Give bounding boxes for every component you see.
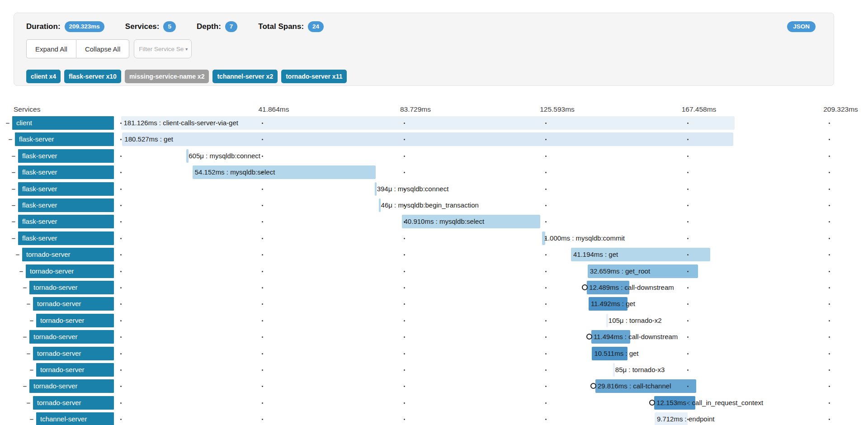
service-name-box[interactable]: client — [12, 116, 114, 130]
tick-dot — [545, 386, 547, 387]
tick-dot — [687, 221, 689, 222]
service-name-box[interactable]: tchannel-server — [36, 412, 114, 425]
tick-dot — [545, 156, 547, 157]
filter-service-select[interactable]: Filter Service Se... ▾ — [134, 39, 192, 58]
collapse-toggle[interactable]: – — [29, 363, 34, 377]
trace-row[interactable]: –tornado-server85μ : tornado-x3 — [0, 363, 868, 377]
span-duration-bar[interactable] — [606, 314, 608, 327]
collapse-toggle[interactable]: – — [22, 330, 28, 344]
collapse-toggle[interactable]: – — [22, 379, 28, 393]
tick-dot — [262, 189, 263, 190]
service-name-box[interactable]: tornado-server — [36, 363, 114, 377]
trace-row[interactable]: –flask-server180.527ms : get — [0, 132, 868, 146]
trace-stats-row: Duration:209.323msServices:5Depth:7Total… — [26, 20, 816, 33]
collapse-toggle[interactable]: – — [11, 149, 16, 163]
collapse-toggle[interactable]: – — [11, 182, 16, 196]
trace-row[interactable]: –flask-server605μ : mysqldb:connect — [0, 149, 868, 163]
service-name-box[interactable]: tornado-server — [33, 297, 114, 311]
tick-dot — [120, 139, 122, 140]
trace-summary-panel: Duration:209.323msServices:5Depth:7Total… — [14, 13, 834, 86]
service-name-box[interactable]: flask-server — [18, 182, 114, 196]
service-name-box[interactable]: flask-server — [18, 198, 114, 212]
trace-row[interactable]: –tornado-server29.816ms : call-tchannel — [0, 379, 868, 393]
tick-dot — [545, 402, 547, 404]
service-name-box[interactable]: flask-server — [18, 215, 114, 228]
tick-dot — [262, 254, 263, 255]
service-badge-tornado-server[interactable]: tornado-server x11 — [281, 70, 347, 83]
span-duration-bar[interactable] — [375, 182, 377, 196]
tick-dot — [687, 320, 689, 321]
collapse-toggle[interactable]: – — [22, 281, 28, 294]
trace-row[interactable]: –flask-server394μ : mysqldb:connect — [0, 182, 868, 196]
trace-row[interactable]: –flask-server46μ : mysqldb:begin_transac… — [0, 198, 868, 212]
tick-dot — [404, 238, 405, 239]
tick-dot — [829, 419, 830, 420]
span-duration-bar[interactable] — [186, 149, 189, 163]
service-name-box[interactable]: tornado-server — [29, 330, 114, 344]
trace-row[interactable]: –tornado-server12.153ms : call_in_reques… — [0, 396, 868, 410]
service-name-box[interactable]: tornado-server — [36, 314, 114, 327]
service-name-box[interactable]: tornado-server — [22, 248, 114, 261]
annotation-circle-icon — [649, 400, 655, 406]
span-label: 9.712ms : endpoint — [657, 412, 715, 425]
service-name-box[interactable]: tornado-server — [29, 281, 114, 294]
span-duration-bar[interactable] — [379, 198, 381, 212]
collapse-toggle[interactable]: – — [19, 264, 24, 278]
collapse-toggle[interactable]: – — [26, 347, 31, 360]
collapse-toggle[interactable]: – — [15, 248, 20, 261]
service-name-box[interactable]: tornado-server — [26, 264, 114, 278]
span-duration-bar[interactable] — [122, 132, 733, 146]
tick-dot — [829, 271, 830, 272]
service-badge-missing-service-name[interactable]: missing-service-name x2 — [125, 70, 209, 83]
collapse-toggle[interactable]: – — [11, 165, 16, 179]
trace-row[interactable]: –client181.126ms : client-calls-server-v… — [0, 116, 868, 130]
collapse-toggle[interactable]: – — [11, 215, 16, 228]
trace-row[interactable]: –tornado-server32.659ms : get_root — [0, 264, 868, 278]
tick-dot — [545, 419, 547, 420]
collapse-toggle[interactable]: – — [29, 412, 34, 425]
trace-row[interactable]: –tchannel-server9.712ms : endpoint — [0, 412, 868, 425]
stat-label-total-spans: Total Spans: — [258, 22, 304, 31]
trace-row[interactable]: –flask-server54.152ms : mysqldb:select — [0, 165, 868, 179]
trace-row[interactable]: –tornado-server41.194ms : get — [0, 248, 868, 261]
service-name-box[interactable]: flask-server — [15, 132, 114, 146]
trace-row[interactable]: –tornado-server11.494ms : call-downstrea… — [0, 330, 868, 344]
service-badge-tchannel-server[interactable]: tchannel-server x2 — [212, 70, 278, 83]
collapse-toggle[interactable]: – — [8, 132, 13, 146]
collapse-toggle[interactable]: – — [11, 231, 16, 245]
collapse-toggle[interactable]: – — [11, 198, 16, 212]
trace-row[interactable]: –flask-server40.910ms : mysqldb:select — [0, 215, 868, 228]
json-button[interactable]: JSON — [787, 21, 816, 32]
tick-dot — [545, 320, 547, 321]
collapse-toggle[interactable]: – — [29, 314, 34, 327]
trace-row[interactable]: –flask-server1.000ms : mysqldb:commit — [0, 231, 868, 245]
tick-dot — [404, 419, 405, 420]
service-name-box[interactable]: flask-server — [18, 165, 114, 179]
tick-dot — [545, 336, 547, 338]
expand-all-button[interactable]: Expand All — [26, 39, 76, 58]
span-duration-bar[interactable] — [613, 363, 615, 377]
time-marker-label: 125.593ms — [526, 105, 589, 113]
tick-dot — [404, 320, 405, 321]
collapse-toggle[interactable]: – — [26, 396, 31, 410]
trace-row[interactable]: –tornado-server12.489ms : call-downstrea… — [0, 281, 868, 294]
trace-stats: Duration:209.323msServices:5Depth:7Total… — [26, 21, 344, 32]
service-name-box[interactable]: tornado-server — [33, 396, 114, 410]
trace-row[interactable]: –tornado-server11.492ms : get — [0, 297, 868, 311]
tick-dot — [262, 402, 263, 404]
collapse-all-button[interactable]: Collapse All — [76, 39, 129, 58]
service-badge-client[interactable]: client x4 — [26, 70, 61, 83]
tick-dot — [120, 254, 122, 255]
service-name-box[interactable]: tornado-server — [29, 379, 114, 393]
tick-dot — [120, 221, 122, 222]
service-badge-flask-server[interactable]: flask-server x10 — [64, 70, 121, 83]
tick-dot — [545, 287, 547, 288]
service-name-box[interactable]: flask-server — [18, 149, 114, 163]
service-name-box[interactable]: tornado-server — [33, 347, 114, 360]
trace-row[interactable]: –tornado-server105μ : tornado-x2 — [0, 314, 868, 327]
collapse-toggle[interactable]: – — [5, 116, 10, 130]
collapse-toggle[interactable]: – — [26, 297, 31, 311]
span-label: 181.126ms : client-calls-server-via-get — [123, 116, 238, 130]
service-name-box[interactable]: flask-server — [18, 231, 114, 245]
trace-row[interactable]: –tornado-server10.511ms : get — [0, 347, 868, 360]
